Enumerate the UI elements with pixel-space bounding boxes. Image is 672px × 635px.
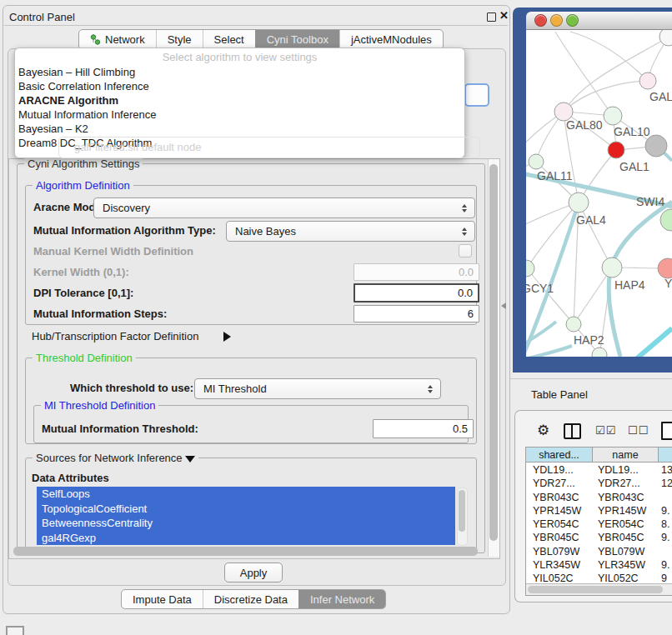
kernel-width-input[interactable]: 0.0 <box>354 263 479 281</box>
close-panel-icon[interactable]: ✕ <box>499 9 509 22</box>
network-canvas[interactable]: GALGAL80GAL10GAL1GAL11GAL4SWI4GCY1HAP4YH… <box>526 30 672 357</box>
data-attribute-item[interactable]: SelfLoops <box>37 487 455 502</box>
sources-title: Sources for Network Inference <box>36 452 183 464</box>
network-node[interactable] <box>659 30 672 46</box>
table-row[interactable]: YLR345WYLR345W9. <box>526 558 672 572</box>
panel-divider-arrow-icon[interactable] <box>501 302 506 309</box>
input-value: 0.0 <box>458 287 473 299</box>
network-node-label: GAL <box>649 90 672 103</box>
manual-kernel-checkbox[interactable] <box>459 244 472 258</box>
tab-cyni-toolbox[interactable]: Cyni Toolbox <box>255 30 339 49</box>
table-row[interactable]: YER054CYER054C8. <box>526 518 672 531</box>
scrollbar-thumb[interactable] <box>459 490 465 532</box>
close-window-icon[interactable] <box>534 14 547 27</box>
table-cell: 8. <box>659 518 672 531</box>
hide-columns-icon[interactable]: ☐☐ <box>628 424 649 437</box>
table-row[interactable]: YBR045CYBR045C9. <box>526 531 672 544</box>
table-cell <box>659 491 672 504</box>
table-row[interactable]: YIL052CYIL052C9 <box>526 572 672 583</box>
algorithm-option[interactable]: Mutual Information Inference <box>15 108 464 122</box>
table-row[interactable]: YDL19...YDL19...13 <box>526 463 672 477</box>
dpi-tolerance-input[interactable]: 0.0 <box>354 283 479 302</box>
float-window-icon[interactable] <box>487 12 496 22</box>
table-row[interactable]: YBR043CYBR043C <box>526 491 672 504</box>
algorithm-option[interactable]: Bayesian – Hill Climbing <box>15 65 464 79</box>
tab-label: Cyni Toolbox <box>267 33 328 46</box>
network-window-titlebar[interactable] <box>526 12 672 30</box>
network-node-label: GAL10 <box>614 125 650 138</box>
network-node-gal[interactable] <box>639 72 656 89</box>
table-cell: 9 <box>659 572 672 583</box>
network-node-gal4[interactable] <box>569 192 589 212</box>
application-root: Control Panel ✕ NetworkStyleSelectCyni T… <box>0 0 672 635</box>
network-node-y[interactable] <box>658 258 672 278</box>
which-threshold-select[interactable]: MI Threshold <box>194 378 441 399</box>
split-columns-icon[interactable] <box>564 423 581 439</box>
group-title: Threshold Definition <box>33 352 136 364</box>
settings-horizontal-scrollbar[interactable] <box>13 547 478 556</box>
table-cell: YLR345W <box>526 558 593 572</box>
attributes-list-scrollbar[interactable] <box>457 488 468 546</box>
tab-style[interactable]: Style <box>156 30 203 49</box>
zoom-window-icon[interactable] <box>566 14 579 27</box>
settings-vertical-scrollbar[interactable] <box>488 159 499 557</box>
table-selector-combo-ghost[interactable]: galFiltered.sif default node <box>58 137 480 158</box>
expand-right-icon[interactable] <box>223 332 231 342</box>
floating-tool-icon[interactable] <box>6 626 24 635</box>
network-node-hap2[interactable] <box>566 317 581 332</box>
data-attribute-item[interactable]: BetweennessCentrality <box>37 516 455 531</box>
tab-impute-data[interactable]: Impute Data <box>122 590 203 608</box>
show-columns-icon[interactable]: ☑☑ <box>595 424 616 437</box>
network-node-gal10[interactable] <box>604 107 622 125</box>
hub-section-label[interactable]: Hub/Transcription Factor Definition <box>32 330 198 342</box>
collapse-down-icon[interactable] <box>185 456 195 462</box>
tab-discretize-data[interactable]: Discretize Data <box>203 590 298 608</box>
scrollbar-thumb[interactable] <box>489 164 498 541</box>
apply-button-label: Apply <box>240 567 268 579</box>
aracne-mode-select[interactable]: Discovery <box>93 198 475 218</box>
algorithm-option[interactable]: ARACNE Algorithm <box>15 93 464 108</box>
apply-button[interactable]: Apply <box>224 562 283 582</box>
input-value: 0.0 <box>459 266 474 278</box>
column-header-partial[interactable] <box>659 448 672 462</box>
new-table-icon[interactable] <box>661 422 672 440</box>
network-node[interactable] <box>645 135 667 157</box>
tab-jactivemnodules[interactable]: jActiveMNodules <box>339 30 443 49</box>
network-node-gal1[interactable] <box>608 142 624 158</box>
gear-icon[interactable]: ⚙ <box>537 422 549 439</box>
algorithm-option[interactable]: Basic Correlation Inference <box>15 79 464 93</box>
which-threshold-label: Which threshold to use: <box>70 382 193 394</box>
tab-infer-network[interactable]: Infer Network <box>298 590 385 608</box>
network-nodes-layer: GALGAL80GAL10GAL1GAL11GAL4SWI4GCY1HAP4YH… <box>526 30 672 357</box>
tab-network[interactable]: Network <box>79 30 156 49</box>
data-attribute-item[interactable]: gal4RGexp <box>37 531 455 546</box>
table-cell: YBR043C <box>593 491 659 504</box>
table-cell <box>659 545 672 558</box>
mi-type-select[interactable]: Naive Bayes <box>226 221 475 242</box>
network-node-gal11[interactable] <box>529 154 544 169</box>
table-cell: YLR345W <box>593 558 659 572</box>
network-node-gcy1[interactable] <box>526 260 534 277</box>
mi-threshold-input[interactable]: 0.5 <box>373 419 474 438</box>
network-node-hap4[interactable] <box>602 258 622 278</box>
minimize-window-icon[interactable] <box>550 14 563 27</box>
stepper-arrows-icon <box>459 204 469 212</box>
data-attributes-list[interactable]: SelfLoopsTopologicalCoefficientBetweenne… <box>37 487 455 545</box>
table-horizontal-scrollbar[interactable] <box>526 583 672 595</box>
tab-label: jActiveMNodules <box>351 33 432 46</box>
mi-steps-input[interactable]: 6 <box>354 305 479 322</box>
scrollbar-thumb[interactable] <box>528 586 663 593</box>
table-cell: YDR27... <box>526 477 593 490</box>
network-node-swi4[interactable] <box>660 209 672 231</box>
table-cell: YPR145W <box>526 504 593 518</box>
table-row[interactable]: YPR145WYPR145W9. <box>526 504 672 518</box>
data-attribute-item[interactable]: TopologicalCoefficient <box>37 502 455 517</box>
table-cell: YPR145W <box>593 504 659 518</box>
tab-select[interactable]: Select <box>203 30 255 49</box>
table-row[interactable]: YDR27...YDR27...12 <box>526 477 672 490</box>
table-row[interactable]: YBL079WYBL079W <box>526 545 672 558</box>
algorithm-option[interactable]: Bayesian – K2 <box>15 122 464 136</box>
column-header-shared-name[interactable]: shared... <box>526 448 593 462</box>
focused-combo-fragment[interactable] <box>464 83 489 107</box>
column-header-name[interactable]: name <box>593 448 659 462</box>
